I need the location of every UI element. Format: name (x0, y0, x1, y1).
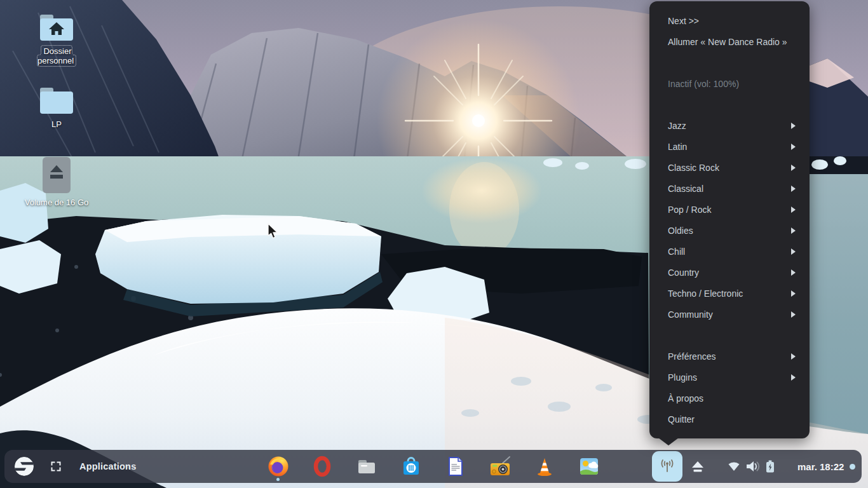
submenu-arrow-icon (791, 269, 796, 276)
zorin-menu-button[interactable] (14, 456, 34, 477)
battery-charging-icon (763, 459, 777, 473)
menu-item-oldies[interactable]: Oldies (649, 220, 810, 241)
vlc-launcher[interactable] (533, 455, 556, 478)
submenu-arrow-icon (791, 186, 796, 192)
submenu-arrow-icon (791, 353, 796, 360)
libreoffice-writer-launcher[interactable] (444, 455, 467, 478)
menu-item-about[interactable]: À propos (649, 388, 810, 409)
wifi-icon (727, 459, 741, 473)
menu-item-techno-electronic[interactable]: Techno / Electronic (649, 283, 810, 304)
clock-button[interactable]: mar. 18:22 (797, 450, 855, 483)
zorin-logo-icon (14, 456, 34, 477)
eject-tray-button[interactable] (691, 459, 705, 473)
radio-tray-menu: Next >> Allumer « New Dance Radio » Inac… (649, 1, 810, 438)
radio-tray-button[interactable] (652, 451, 682, 482)
menu-item-jazz[interactable]: Jazz (649, 115, 810, 136)
menu-item-pop-rock[interactable]: Pop / Rock (649, 199, 810, 220)
menu-item-plugins[interactable]: Plugins (649, 367, 810, 388)
submenu-arrow-icon (791, 311, 796, 318)
desktop-icon-volume[interactable]: Volume de 16 Go (22, 156, 92, 207)
folder-icon (22, 85, 92, 116)
files-launcher[interactable] (355, 455, 378, 478)
firefox-icon (267, 455, 290, 478)
submenu-arrow-icon (791, 248, 796, 255)
menu-item-preferences[interactable]: Préférences (649, 346, 810, 367)
menu-item-latin[interactable]: Latin (649, 136, 810, 157)
applications-menu-button[interactable]: Applications (79, 450, 136, 483)
menu-item-chill[interactable]: Chill (649, 241, 810, 262)
radio-app-launcher[interactable] (489, 455, 512, 478)
libreoffice-writer-icon (444, 455, 467, 478)
desktop: Dossier personnel LP Volume de 16 Go (0, 0, 868, 488)
desktop-icon-label: LP (22, 119, 92, 129)
workspace-overview-button[interactable] (50, 461, 62, 472)
firefox-launcher[interactable] (267, 455, 290, 478)
workspace-brackets-icon (50, 461, 62, 472)
menu-item-community[interactable]: Community (649, 304, 810, 325)
menu-item-quit[interactable]: Quitter (649, 409, 810, 430)
menu-item-turn-on[interactable]: Allumer « New Dance Radio » (649, 31, 810, 52)
menu-item-classical[interactable]: Classical (649, 178, 810, 199)
menu-separator (649, 325, 810, 346)
submenu-arrow-icon (791, 123, 796, 129)
opera-launcher[interactable] (311, 455, 334, 478)
desktop-icon-label: Dossier personnel (22, 46, 92, 65)
desktop-icon-home[interactable]: Dossier personnel (22, 11, 92, 65)
software-store-icon (400, 455, 423, 478)
menu-separator (649, 52, 810, 73)
menu-pointer-tail (658, 438, 679, 445)
menu-item-next[interactable]: Next >> (649, 10, 810, 31)
firefox-running-indicator (276, 478, 280, 481)
files-icon (355, 455, 378, 478)
menu-separator (649, 94, 810, 115)
submenu-arrow-icon (791, 290, 796, 297)
software-store-launcher[interactable] (400, 455, 423, 478)
submenu-arrow-icon (791, 165, 796, 171)
submenu-arrow-icon (791, 227, 796, 234)
menu-item-country[interactable]: Country (649, 262, 810, 283)
notification-dot-icon (850, 464, 855, 470)
clock-text: mar. 18:22 (797, 461, 844, 472)
opera-icon (311, 455, 334, 478)
weather-launcher[interactable] (578, 455, 600, 478)
mouse-cursor (268, 223, 280, 240)
vlc-icon (533, 455, 556, 478)
volume-tray-button[interactable] (745, 459, 760, 474)
weather-icon (578, 455, 600, 478)
eject-icon (691, 459, 705, 473)
radio-app-icon (489, 455, 512, 478)
home-folder-icon (22, 11, 92, 43)
taskbar: Applications (4, 450, 862, 483)
menu-status-inactive: Inactif (vol: 100%) (649, 73, 810, 94)
submenu-arrow-icon (791, 207, 796, 213)
speaker-icon (745, 459, 760, 474)
desktop-icon-lp[interactable]: LP (22, 85, 92, 129)
submenu-arrow-icon (791, 144, 796, 150)
radio-antenna-icon (659, 458, 675, 475)
submenu-arrow-icon (791, 374, 796, 381)
desktop-icon-label: Volume de 16 Go (22, 198, 92, 207)
wifi-tray-button[interactable] (727, 459, 741, 473)
menu-item-classic-rock[interactable]: Classic Rock (649, 157, 810, 178)
battery-tray-button[interactable] (763, 459, 777, 473)
removable-volume-icon (22, 156, 92, 194)
